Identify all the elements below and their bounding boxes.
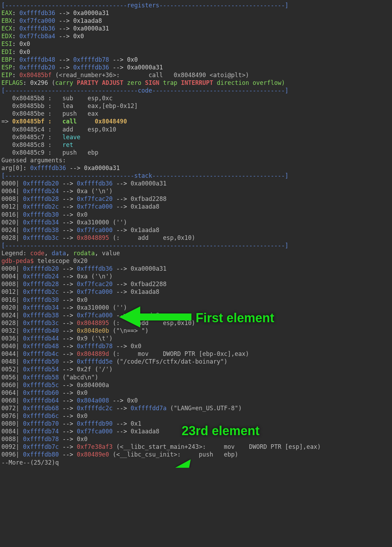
- reg-esi: ESI: 0x0: [1, 40, 392, 48]
- stack-line: 0076| 0xffffdb6c --> 0x0: [1, 412, 392, 420]
- reg-edx: EDX: 0xf7fcb8a4 --> 0x0: [1, 32, 392, 40]
- stack-line: 0068| 0xffffdb64 --> 0x804a008 --> 0x0: [1, 397, 392, 404]
- stack-line: 0036| 0xffffdb44 --> 0x9 ('\t'): [1, 335, 392, 342]
- stack-line: 0008| 0xffffdb28 --> 0xf7fcac20 --> 0xfb…: [1, 195, 392, 203]
- reg-edi: EDI: 0x0: [1, 48, 392, 56]
- section-footer: [---------------------------------------…: [1, 242, 392, 249]
- reg-ecx: ECX: 0xffffdb36 --> 0xa0000a31: [1, 25, 392, 32]
- stack-line: 0040| 0xffffdb48 --> 0xffffdb78 --> 0x0: [1, 342, 392, 350]
- reg-esp: ESP: 0xffffdb20 --> 0xffffdb36 --> 0xa00…: [1, 63, 392, 71]
- label-23rd-element: 23rd element: [182, 423, 259, 439]
- stack-line: 0012| 0xffffdb2c --> 0xf7fca000 --> 0x1a…: [1, 288, 392, 296]
- reg-ebp: EBP: 0xffffdb48 --> 0xffffdb78 --> 0x0: [1, 56, 392, 63]
- section-header-stack: [------------------------------------sta…: [1, 172, 392, 180]
- stack-line: 0024| 0xffffdb38 --> 0xf7fca000 --> 0x1a…: [1, 226, 392, 234]
- stack-line: 0016| 0xffffdb30 --> 0x0: [1, 211, 392, 218]
- legend-line: Legend: code, data, rodata, value: [1, 249, 392, 257]
- code-line: 0x80485be : push eax: [1, 110, 392, 117]
- code-line: 0x80485c7 : leave: [1, 133, 392, 141]
- stack-line: 0092| 0xffffdb7c --> 0xf7e38af3 (<__libc…: [1, 443, 392, 451]
- more-pager[interactable]: --More--(25/32)q: [1, 459, 392, 466]
- stack-line: 0020| 0xffffdb34 --> 0xa310000 (''): [1, 218, 392, 226]
- stack-line: 0012| 0xffffdb2c --> 0xf7fca000 --> 0x1a…: [1, 203, 392, 210]
- code-line: 0x80485c4 : add esp,0x10: [1, 126, 392, 133]
- section-header-code: [-------------------------------------co…: [1, 87, 392, 94]
- stack-line: 0032| 0xffffdb40 --> 0x8048e0b ("\n==> "…: [1, 327, 392, 335]
- guessed-arg-0: arg[0]: 0xffffdb36 --> 0xa0000a31: [1, 164, 392, 172]
- code-line: 0x80485c9 : push ebp: [1, 149, 392, 156]
- code-line: 0x80485b8 : sub esp,0xc: [1, 94, 392, 102]
- stack-line: 0060| 0xffffdb5c --> 0x804000a: [1, 381, 392, 389]
- stack-line: 0000| 0xffffdb20 --> 0xffffdb36 --> 0xa0…: [1, 265, 392, 272]
- reg-eip: EIP: 0x80485bf (<read_number+36>: call 0…: [1, 71, 392, 79]
- stack-line: 0044| 0xffffdb4c --> 0x804889d (: mov DW…: [1, 350, 392, 358]
- stack-line: 0056| 0xffffdb58 ("abcd\n"): [1, 373, 392, 381]
- section-header-registers: [----------------------------------regis…: [1, 1, 392, 9]
- code-line: 0x80485c8 : ret: [1, 141, 392, 149]
- stack-line: 0072| 0xffffdb68 --> 0xffffdc2c --> 0xff…: [1, 404, 392, 412]
- stack-line: 0096| 0xffffdb80 --> 0x80489e0 (<__libc_…: [1, 451, 392, 458]
- label-first-element: First element: [196, 310, 274, 326]
- reg-eax: EAX: 0xffffdb36 --> 0xa0000a31: [1, 9, 392, 17]
- code-line: => 0x80485bf : call 0x8048490: [1, 117, 392, 125]
- gdb-prompt[interactable]: gdb-peda$ telescope 0x20: [1, 257, 392, 265]
- stack-line: 0000| 0xffffdb20 --> 0xffffdb36 --> 0xa0…: [1, 180, 392, 187]
- guessed-args-label: Guessed arguments:: [1, 156, 392, 164]
- stack-line: 0052| 0xffffdb54 --> 0x2f ('/'): [1, 365, 392, 373]
- stack-line: 0064| 0xffffdb60 --> 0x0: [1, 389, 392, 397]
- stack-line: 0016| 0xffffdb30 --> 0x0: [1, 296, 392, 304]
- reg-eflags: EFLAGS: 0x296 (carry PARITY ADJUST zero …: [1, 79, 392, 87]
- stack-line: 0004| 0xffffdb24 --> 0xa ('\n'): [1, 272, 392, 280]
- stack-line: 0048| 0xffffdb50 --> 0xffffdd5e ("/code/…: [1, 358, 392, 365]
- code-line: 0x80485bb : lea eax,[ebp-0x12]: [1, 102, 392, 110]
- stack-line: 0004| 0xffffdb24 --> 0xa ('\n'): [1, 187, 392, 195]
- reg-ebx: EBX: 0xf7fca000 --> 0x1aada8: [1, 17, 392, 25]
- stack-line: 0028| 0xffffdb3c --> 0x8048895 (: add es…: [1, 234, 392, 242]
- stack-line: 0008| 0xffffdb28 --> 0xf7fcac20 --> 0xfb…: [1, 280, 392, 288]
